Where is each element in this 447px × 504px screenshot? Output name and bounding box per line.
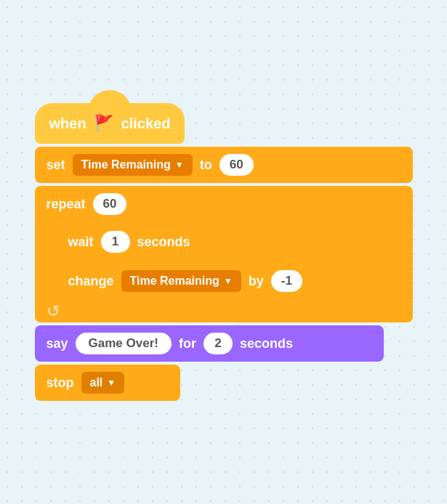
change-dropdown-arrow: ▼ xyxy=(224,276,233,286)
set-label: set xyxy=(47,158,65,173)
stop-dropdown-arrow: ▼ xyxy=(107,378,116,388)
repeat-label: repeat xyxy=(47,197,86,212)
for-label: for xyxy=(179,336,196,351)
wait-block[interactable]: wait 1 seconds xyxy=(57,224,413,260)
to-label: to xyxy=(200,158,212,173)
repeat-footer: ↺ xyxy=(35,301,413,322)
set-value[interactable]: 60 xyxy=(220,154,254,176)
change-label: change xyxy=(68,274,114,289)
hat-bump xyxy=(88,90,132,112)
set-variable-label: Time Remaining xyxy=(81,158,171,171)
dropdown-arrow: ▼ xyxy=(175,160,184,170)
say-label: say xyxy=(47,336,68,351)
wait-seconds-value[interactable]: 1 xyxy=(101,231,130,253)
flag-icon: 🚩 xyxy=(94,113,114,134)
when-label: when xyxy=(49,115,86,132)
change-variable-dropdown[interactable]: Time Remaining ▼ xyxy=(121,270,241,292)
say-message[interactable]: Game Over! xyxy=(76,333,172,354)
change-variable-label: Time Remaining xyxy=(130,275,220,288)
seconds-label: seconds xyxy=(137,235,190,250)
change-value[interactable]: -1 xyxy=(271,270,302,292)
repeat-header: repeat 60 xyxy=(35,186,413,222)
blocks-container: when 🚩 clicked set Time Remaining ▼ to 6… xyxy=(20,89,427,415)
hat-block[interactable]: when 🚩 clicked xyxy=(35,103,185,144)
set-block[interactable]: set Time Remaining ▼ to 60 xyxy=(35,147,413,183)
set-variable-dropdown[interactable]: Time Remaining ▼ xyxy=(73,154,193,176)
wait-label: wait xyxy=(68,235,94,250)
stop-block[interactable]: stop all ▼ xyxy=(35,365,180,401)
stop-option: all xyxy=(90,376,103,389)
by-label: by xyxy=(249,274,264,289)
clicked-label: clicked xyxy=(121,115,171,132)
repeat-times[interactable]: 60 xyxy=(93,193,127,215)
stop-label: stop xyxy=(47,375,74,391)
repeat-block[interactable]: repeat 60 wait 1 seconds change Time Rem… xyxy=(35,186,413,322)
say-block[interactable]: say Game Over! for 2 seconds xyxy=(35,325,384,362)
loop-arrow: ↺ xyxy=(47,302,60,321)
say-duration[interactable]: 2 xyxy=(204,333,233,354)
stop-dropdown[interactable]: all ▼ xyxy=(81,372,125,394)
say-seconds-label: seconds xyxy=(240,336,293,351)
inner-blocks: wait 1 seconds change Time Remaining ▼ b… xyxy=(35,222,413,301)
change-block[interactable]: change Time Remaining ▼ by -1 xyxy=(57,263,413,299)
